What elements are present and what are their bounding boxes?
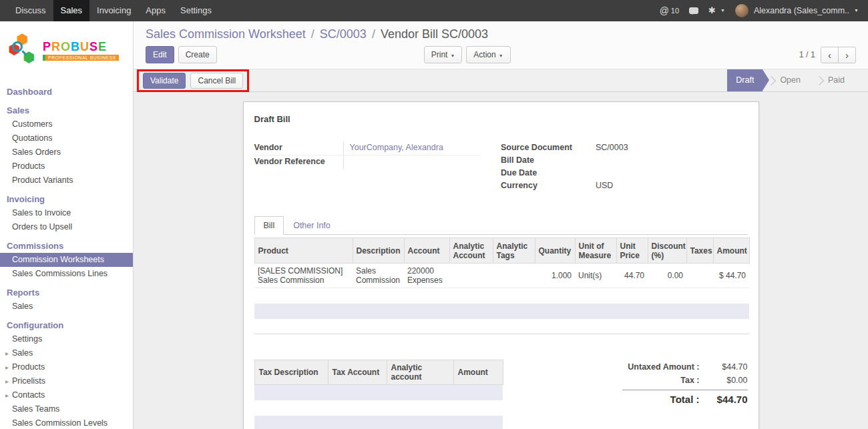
vendor-link[interactable]: YourCompany, Alexandra	[350, 143, 443, 152]
col-header-taxes: Taxes	[686, 238, 713, 264]
magnifier-icon	[12, 41, 23, 52]
cell-description[interactable]: Sales Commission	[353, 264, 404, 288]
print-dropdown[interactable]: Print▼	[424, 46, 463, 63]
form-view: Draft Bill Vendor YourCompany, Alexandra…	[134, 92, 868, 429]
cancel-bill-button[interactable]: Cancel Bill	[190, 73, 243, 89]
form-sheet: Draft Bill Vendor YourCompany, Alexandra…	[243, 101, 759, 429]
mentions-button[interactable]: @ 10	[660, 0, 679, 21]
empty-row	[254, 416, 503, 429]
cell-quantity[interactable]: 1.000	[535, 264, 575, 288]
sidebar-item-settings[interactable]: Settings	[0, 332, 133, 346]
totals-block: Untaxed Amount : $44.70 Tax : $0.00 Tota…	[622, 360, 748, 408]
sidebar-section-dashboard[interactable]: Dashboard	[0, 85, 133, 99]
col-header-analytic-account: Analytic Account	[449, 238, 493, 264]
sidebar-item-sales-teams[interactable]: Sales Teams	[0, 402, 133, 416]
status-step-open[interactable]: Open	[763, 69, 811, 91]
top-menu: Discuss Sales Invoicing Apps Settings	[0, 0, 219, 21]
tax-label: Tax :	[680, 374, 699, 387]
button-row: Edit Create Print▼ Action▼ 1 / 1 ‹ ›	[146, 46, 856, 63]
top-menu-settings[interactable]: Settings	[173, 0, 219, 21]
breadcrumb-worksheet-link[interactable]: Sales Commission Worksheet	[146, 27, 306, 41]
tab-bill[interactable]: Bill	[254, 216, 284, 235]
col-header-unit-of-measure: Unit of Measure	[575, 238, 616, 264]
breadcrumb-current: Vendor Bill SC/0003	[381, 27, 488, 41]
cell-analytic-tags[interactable]	[493, 264, 535, 288]
user-name: Alexandra (Sales_comm..	[754, 0, 849, 21]
breadcrumb-record-link[interactable]: SC/0003	[320, 27, 367, 41]
pager-prev-button[interactable]: ‹	[821, 47, 839, 63]
sidebar-item-config-products[interactable]: ▸ Products	[0, 360, 133, 374]
sidebar-section-sales[interactable]: Sales	[0, 103, 133, 117]
pager-next-button[interactable]: ›	[838, 47, 856, 63]
activities-button[interactable]: ✱ ▼	[708, 0, 725, 21]
user-menu[interactable]: Alexandra (Sales_comm.. ▼	[735, 0, 859, 21]
sidebar-item-products[interactable]: Products	[0, 159, 133, 173]
col-header-tax-analytic-account: Analytic account	[387, 360, 453, 385]
validate-button[interactable]: Validate	[143, 73, 186, 89]
empty-row	[254, 319, 749, 334]
col-header-tax-amount: Amount	[453, 360, 503, 385]
col-header-quantity: Quantity	[535, 238, 575, 264]
sidebar-item-config-sales[interactable]: ▸ Sales	[0, 346, 133, 360]
cell-unit-of-measure[interactable]: Unit(s)	[575, 264, 616, 288]
sidebar-item-reports-sales[interactable]: Sales	[0, 300, 133, 314]
sidebar-item-orders-to-upsell[interactable]: Orders to Upsell	[0, 220, 133, 234]
breadcrumb-separator: /	[372, 27, 375, 41]
sidebar-item-quotations[interactable]: Quotations	[0, 131, 133, 145]
sidebar-section-invoicing[interactable]: Invoicing	[0, 192, 133, 206]
cell-unit-price[interactable]: 44.70	[616, 264, 648, 288]
messages-button[interactable]	[689, 7, 698, 14]
col-header-amount: Amount	[713, 238, 749, 264]
top-menu-sales[interactable]: Sales	[53, 0, 90, 21]
caret-down-icon: ▼	[720, 0, 725, 21]
cell-discount[interactable]: 0.00	[648, 264, 686, 288]
breadcrumb: Sales Commission Worksheet / SC/0003 / V…	[146, 26, 856, 42]
totals-divider	[622, 390, 748, 390]
sidebar-item-sales-orders[interactable]: Sales Orders	[0, 145, 133, 159]
top-menu-discuss[interactable]: Discuss	[8, 0, 53, 21]
main-content: Sales Commission Worksheet / SC/0003 / V…	[134, 21, 868, 429]
sidebar-section-configuration[interactable]: Configuration	[0, 318, 133, 332]
statusbar-steps: Draft Open Paid	[727, 69, 855, 91]
currency-field-row: Currency USD	[501, 179, 748, 192]
tax-value: $0.00	[700, 374, 748, 387]
edit-button[interactable]: Edit	[146, 46, 174, 63]
pager: 1 / 1 ‹ ›	[799, 47, 856, 63]
empty-row	[254, 385, 503, 400]
sidebar-item-sales-commission-levels[interactable]: Sales Commission Levels	[0, 416, 133, 429]
vendor-field-row: Vendor YourCompany, Alexandra	[254, 141, 481, 155]
col-header-discount: Discount (%)	[648, 238, 686, 264]
tab-other-info[interactable]: Other Info	[284, 216, 340, 235]
vendor-reference-field-row: Vendor Reference	[254, 155, 481, 169]
sidebar-item-sales-commissions-lines[interactable]: Sales Commissions Lines	[0, 267, 133, 281]
bill-date-field-row: Bill Date	[501, 154, 748, 167]
cell-analytic-account[interactable]	[449, 264, 493, 288]
cell-amount[interactable]: $ 44.70	[713, 264, 749, 288]
empty-row	[254, 304, 749, 319]
vendor-label: Vendor	[254, 141, 343, 155]
cell-account[interactable]: 220000 Expenses	[404, 264, 449, 288]
sidebar-section-reports[interactable]: Reports	[0, 286, 133, 300]
sidebar-item-pricelists[interactable]: ▸ Pricelists	[0, 374, 133, 388]
create-button[interactable]: Create	[178, 46, 217, 63]
status-step-paid[interactable]: Paid	[811, 69, 855, 91]
action-dropdown[interactable]: Action▼	[466, 46, 510, 63]
sidebar-item-customers[interactable]: Customers	[0, 117, 133, 131]
cell-product[interactable]: [SALES COMMISSION] Sales Commission	[254, 264, 353, 288]
source-document-field-row: Source Document SC/0003	[501, 141, 748, 154]
bill-date-label: Bill Date	[501, 154, 596, 167]
total-value: $44.70	[700, 392, 748, 408]
field-groups: Vendor YourCompany, Alexandra Vendor Ref…	[254, 141, 748, 192]
top-menu-apps[interactable]: Apps	[138, 0, 173, 21]
sidebar-item-product-variants[interactable]: Product Variants	[0, 173, 133, 187]
sidebar-item-commission-worksheets[interactable]: Commission Worksheets	[0, 253, 133, 267]
breadcrumb-separator: /	[311, 27, 314, 41]
sidebar-item-contacts[interactable]: ▸ Contacts	[0, 388, 133, 402]
sidebar-item-sales-to-invoice[interactable]: Sales to Invoice	[0, 206, 133, 220]
invoice-line-row[interactable]: [SALES COMMISSION] Sales Commission Sale…	[254, 264, 749, 288]
col-header-tax-description: Tax Description	[254, 360, 328, 385]
top-menu-invoicing[interactable]: Invoicing	[89, 0, 138, 21]
probuse-logo[interactable]: ⬢ ⬢ ⬢ PROBUSE PROFESSIONAL BUSINESS	[0, 21, 133, 76]
cell-taxes[interactable]	[686, 264, 713, 288]
sidebar-section-commissions[interactable]: Commissions	[0, 239, 133, 253]
